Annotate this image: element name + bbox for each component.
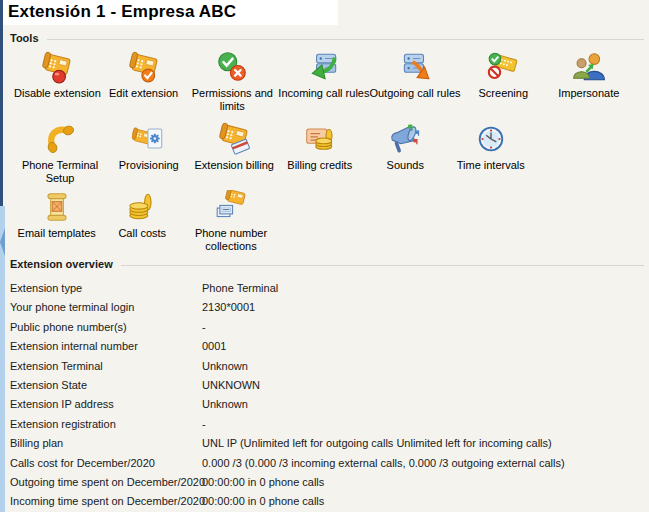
page-title-bar: Extensión 1 - Empresa ABC xyxy=(0,0,338,25)
overview-label: Your phone terminal login xyxy=(10,301,134,313)
tool-label: Disable extension xyxy=(14,87,101,100)
sounds-icon xyxy=(388,122,422,156)
tool-phone-number-collections[interactable]: Phone number collections xyxy=(185,185,277,253)
overview-row-public-numbers: Public phone number(s) - xyxy=(10,318,649,337)
email-templates-icon xyxy=(40,190,74,224)
tools-row-1: Disable extension Edit extension xyxy=(14,45,649,117)
extension-overview-table: Extension type Phone Terminal Your phone… xyxy=(0,271,649,512)
overview-section-label: Extension overview xyxy=(10,258,113,270)
incoming-call-rules-icon xyxy=(307,50,341,84)
tool-phone-terminal-setup[interactable]: Phone Terminal Setup xyxy=(14,117,106,185)
overview-label: Extension type xyxy=(10,282,82,294)
overview-section-header: Extension overview xyxy=(0,257,649,271)
outgoing-call-rules-icon xyxy=(398,50,432,84)
overview-value: 00:00:00 in 0 phone calls xyxy=(202,476,324,488)
tools-row-2: Phone Terminal Setup xyxy=(14,117,649,185)
tool-label: Email templates xyxy=(18,227,96,240)
overview-row-terminal-login: Your phone terminal login 2130*0001 xyxy=(10,298,649,317)
tool-label: Outgoing call rules xyxy=(369,87,460,100)
billing-credits-icon xyxy=(303,122,337,156)
overview-value: 0.000 /3 (0.000 /3 incoming external cal… xyxy=(202,457,565,469)
phone-number-collections-icon xyxy=(214,190,248,224)
tool-label: Phone Terminal Setup xyxy=(14,159,106,185)
impersonate-icon xyxy=(572,50,606,84)
tool-label: Incoming call rules xyxy=(278,87,369,100)
time-intervals-icon xyxy=(474,122,508,156)
provisioning-icon xyxy=(132,122,166,156)
overview-label: Incoming time spent on December/2020 xyxy=(10,495,205,507)
overview-value: 2130*0001 xyxy=(202,301,255,313)
tools-section-label: Tools xyxy=(10,32,39,44)
overview-value: UNKNOWN xyxy=(202,379,260,391)
frame-left-edge xyxy=(0,0,3,206)
overview-section-rule xyxy=(121,265,644,266)
overview-value: 00:00:00 in 0 phone calls xyxy=(202,495,324,507)
overview-row-extension-type: Extension type Phone Terminal xyxy=(10,279,649,298)
tool-label: Sounds xyxy=(387,159,424,172)
tool-label: Billing credits xyxy=(287,159,352,172)
tool-outgoing-call-rules[interactable]: Outgoing call rules xyxy=(369,45,460,117)
tools-row-3: Email templates Call costs xyxy=(14,185,649,253)
tool-time-intervals[interactable]: Time intervals xyxy=(448,117,534,185)
phone-terminal-setup-icon xyxy=(43,122,77,156)
tool-disable-extension[interactable]: Disable extension xyxy=(14,45,101,117)
overview-label: Billing plan xyxy=(10,437,63,449)
overview-row-extension-terminal: Extension Terminal Unknown xyxy=(10,357,649,376)
tools-section-rule xyxy=(47,39,644,40)
tool-label: Extension billing xyxy=(195,159,275,172)
tool-label: Permissions and limits xyxy=(186,87,278,113)
tool-label: Phone number collections xyxy=(185,227,277,253)
overview-row-outgoing-time: Outgoing time spent on December/2020 00:… xyxy=(10,473,649,492)
tool-edit-extension[interactable]: Edit extension xyxy=(101,45,187,117)
overview-value: 0001 xyxy=(202,340,226,352)
tool-sounds[interactable]: Sounds xyxy=(363,117,449,185)
overview-label: Extension registration xyxy=(10,418,116,430)
tool-label: Provisioning xyxy=(119,159,179,172)
tool-incoming-call-rules[interactable]: Incoming call rules xyxy=(278,45,369,117)
overview-value: Unknown xyxy=(202,398,248,410)
tool-call-costs[interactable]: Call costs xyxy=(100,185,186,253)
overview-label: Extension State xyxy=(10,379,87,391)
call-costs-icon xyxy=(125,190,159,224)
overview-row-calls-cost: Calls cost for December/2020 0.000 /3 (0… xyxy=(10,454,649,473)
tool-permissions-and-limits[interactable]: Permissions and limits xyxy=(186,45,278,117)
tools-section-header: Tools xyxy=(0,31,649,45)
extension-billing-icon xyxy=(217,122,251,156)
tool-label: Time intervals xyxy=(457,159,525,172)
overview-row-internal-number: Extension internal number 0001 xyxy=(10,337,649,356)
tools-grid: Disable extension Edit extension xyxy=(0,45,649,253)
overview-value: - xyxy=(202,418,206,430)
overview-value: - xyxy=(202,321,206,333)
overview-row-extension-state: Extension State UNKNOWN xyxy=(10,376,649,395)
edit-extension-icon xyxy=(127,50,161,84)
overview-row-registration: Extension registration - xyxy=(10,415,649,434)
tool-billing-credits[interactable]: Billing credits xyxy=(277,117,363,185)
overview-value: UNL IP (Unlimited left for outgoing call… xyxy=(202,437,552,449)
disable-extension-icon xyxy=(40,50,74,84)
page-title: Extensión 1 - Empresa ABC xyxy=(8,2,338,22)
permissions-and-limits-icon xyxy=(215,50,249,84)
tool-provisioning[interactable]: Provisioning xyxy=(106,117,192,185)
overview-row-ip-address: Extension IP address Unknown xyxy=(10,395,649,414)
tool-label: Edit extension xyxy=(109,87,178,100)
tool-label: Screening xyxy=(479,87,529,100)
overview-label: Public phone number(s) xyxy=(10,321,127,333)
tool-extension-billing[interactable]: Extension billing xyxy=(192,117,278,185)
overview-label: Outgoing time spent on December/2020 xyxy=(10,476,205,488)
overview-label: Extension IP address xyxy=(10,398,114,410)
overview-value: Phone Terminal xyxy=(202,282,278,294)
tool-email-templates[interactable]: Email templates xyxy=(14,185,100,253)
overview-value: Unknown xyxy=(202,360,248,372)
tool-label: Call costs xyxy=(118,227,166,240)
tool-label: Impersonate xyxy=(558,87,619,100)
overview-row-billing-plan: Billing plan UNL IP (Unlimited left for … xyxy=(10,434,649,453)
tool-impersonate[interactable]: Impersonate xyxy=(546,45,632,117)
overview-row-incoming-time: Incoming time spent on December/2020 00:… xyxy=(10,492,649,511)
screening-icon xyxy=(486,50,520,84)
tool-screening[interactable]: Screening xyxy=(461,45,547,117)
overview-label: Extension Terminal xyxy=(10,360,103,372)
overview-label: Calls cost for December/2020 xyxy=(10,457,155,469)
overview-label: Extension internal number xyxy=(10,340,138,352)
